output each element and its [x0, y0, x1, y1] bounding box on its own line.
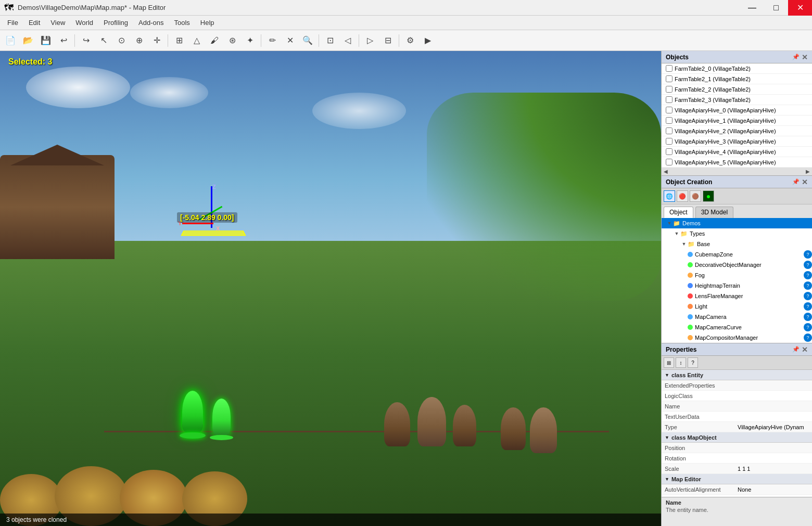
object-list-item[interactable]: VillageApiaryHive_3 (VillageApiaryHive)	[662, 136, 812, 147]
creation-icon-1[interactable]: 🌐	[664, 190, 675, 202]
properties-pin-button[interactable]: 📌	[792, 346, 800, 353]
settings-button[interactable]: ⚙	[402, 32, 418, 49]
object-checkbox[interactable]	[666, 75, 673, 82]
props-sort-button[interactable]: ⊞	[664, 357, 674, 368]
object-list-item[interactable]: VillageApiaryHive_1 (VillageApiaryHive)	[662, 116, 812, 126]
properties-close-button[interactable]: ✕	[802, 345, 808, 354]
tree-item-base[interactable]: ▼📁Base	[662, 239, 812, 249]
help-icon[interactable]: ?	[804, 302, 812, 311]
save-button[interactable]: 💾	[37, 32, 54, 49]
prop-section-header[interactable]: class MapObject	[662, 432, 812, 443]
screenshot-button[interactable]: ⊡	[322, 32, 338, 49]
close-button[interactable]: ✕	[788, 0, 812, 16]
undo-button[interactable]: ↩	[55, 32, 72, 49]
creation-pin-button[interactable]: 📌	[792, 178, 800, 185]
tree-item-mapcompositormanager[interactable]: MapCompositorManager?	[662, 332, 812, 343]
select-button[interactable]: ↖	[95, 32, 112, 49]
props-filter-button[interactable]: ↕	[676, 357, 686, 368]
menu-item-file[interactable]: File	[2, 17, 23, 29]
tree-item-mapcamera[interactable]: MapCamera?	[662, 312, 812, 322]
tree-item-mapcameracurve[interactable]: MapCameraCurve?	[662, 322, 812, 332]
menu-item-add-ons[interactable]: Add-ons	[133, 17, 169, 29]
nav1-button[interactable]: ◁	[339, 32, 356, 49]
menu-item-help[interactable]: Help	[195, 17, 220, 29]
creation-icon-3[interactable]: 🟤	[690, 190, 701, 202]
object-checkbox[interactable]	[666, 159, 673, 165]
delete-button[interactable]: ✕	[282, 32, 298, 49]
compass-button[interactable]: ⊕	[131, 32, 147, 49]
object-list-item[interactable]: VillageApiaryHive_0 (VillageApiaryHive)	[662, 105, 812, 116]
help-icon[interactable]: ?	[804, 323, 812, 331]
help-icon[interactable]: ?	[804, 292, 812, 300]
redo-button[interactable]: ↪	[78, 32, 94, 49]
object-checkbox[interactable]	[666, 107, 673, 113]
place-button[interactable]: ✦	[242, 32, 258, 49]
vegetation-button[interactable]: ⊛	[224, 32, 240, 49]
terrain-button[interactable]: △	[188, 32, 205, 49]
minimize-button[interactable]: —	[740, 0, 764, 16]
help-icon[interactable]: ?	[804, 281, 812, 290]
object-list-item[interactable]: VillageApiaryHive_5 (VillageApiaryHive)	[662, 157, 812, 168]
object-checkbox[interactable]	[666, 96, 673, 103]
object-list-item[interactable]: FarmTable2_1 (VillageTable2)	[662, 74, 812, 84]
creation-icon-4[interactable]: ●	[703, 190, 714, 202]
object-checkbox[interactable]	[666, 86, 673, 93]
viewport[interactable]: Y X Z Selected: 3	[0, 51, 661, 526]
object-list[interactable]: FarmTable2_0 (VillageTable2)FarmTable2_1…	[662, 63, 812, 168]
creation-icon-2[interactable]: 🔴	[677, 190, 688, 202]
object-list-item[interactable]: VillageApiaryHive_4 (VillageApiaryHive)	[662, 147, 812, 157]
creation-tree[interactable]: ▼📁Demos▼📁Types▼📁BaseCubemapZone?Decorati…	[662, 218, 812, 343]
open-button[interactable]: 📂	[20, 32, 36, 49]
brush-button[interactable]: ✏	[264, 32, 281, 49]
nav2-button[interactable]: ▷	[362, 32, 378, 49]
tree-item-types[interactable]: ▼📁Types	[662, 228, 812, 239]
property-value[interactable]: None	[738, 486, 809, 493]
help-icon[interactable]: ?	[804, 261, 812, 269]
tree-item-demos[interactable]: ▼📁Demos	[662, 218, 812, 228]
scale-tool-button[interactable]: ⊞	[171, 32, 187, 49]
object-list-item[interactable]: FarmTable2_2 (VillageTable2)	[662, 84, 812, 95]
tree-item-fog[interactable]: Fog?	[662, 270, 812, 280]
object-checkbox[interactable]	[666, 117, 673, 124]
menu-item-edit[interactable]: Edit	[23, 17, 45, 29]
menu-item-profiling[interactable]: Profiling	[98, 17, 133, 29]
scroll-left-button[interactable]: ◀	[664, 169, 668, 174]
move-button[interactable]: ✛	[148, 32, 165, 49]
object-list-item[interactable]: FarmTable2_3 (VillageTable2)	[662, 95, 812, 105]
tree-item-decorativeobjectmanager[interactable]: DecorativeObjectManager?	[662, 260, 812, 270]
tree-item-cubemapzone[interactable]: CubemapZone?	[662, 249, 812, 260]
help-icon[interactable]: ?	[804, 313, 812, 321]
props-help-button[interactable]: ?	[688, 357, 698, 368]
menu-item-tools[interactable]: Tools	[169, 17, 195, 29]
prop-section-header[interactable]: class Entity	[662, 370, 812, 380]
object-checkbox[interactable]	[666, 148, 673, 155]
help-icon[interactable]: ?	[804, 333, 812, 342]
scroll-right-button[interactable]: ▶	[806, 169, 810, 174]
menu-item-world[interactable]: World	[70, 17, 98, 29]
help-icon[interactable]: ?	[804, 271, 812, 279]
tree-item-heightmapterrain[interactable]: HeightmapTerrain?	[662, 280, 812, 291]
object-checkbox[interactable]	[666, 127, 673, 134]
objects-close-button[interactable]: ✕	[802, 53, 808, 61]
play-button[interactable]: ▶	[420, 32, 436, 49]
object-list-item[interactable]: FarmTable2_0 (VillageTable2)	[662, 63, 812, 74]
tree-item-lensflaremanager[interactable]: LensFlareManager?	[662, 291, 812, 301]
tab-3dmodel[interactable]: 3D Model	[695, 207, 733, 218]
object-list-item[interactable]: VillageApiaryHive_2 (VillageApiaryHive)	[662, 126, 812, 136]
paint-button[interactable]: 🖌	[206, 32, 223, 49]
rotate-view-button[interactable]: ⊙	[113, 32, 130, 49]
object-checkbox[interactable]	[666, 138, 673, 145]
property-value[interactable]: 1 1 1	[738, 466, 809, 472]
grid-button[interactable]: ⊟	[379, 32, 396, 49]
object-checkbox[interactable]	[666, 65, 673, 72]
pin-button[interactable]: 📌	[792, 54, 800, 60]
properties-content[interactable]: class EntityExtendedPropertiesLogicClass…	[662, 370, 812, 497]
new-button[interactable]: 📄	[2, 32, 19, 49]
creation-close-button[interactable]: ✕	[802, 178, 808, 186]
search-button[interactable]: 🔍	[299, 32, 316, 49]
menu-item-view[interactable]: View	[45, 17, 70, 29]
help-icon[interactable]: ?	[804, 250, 812, 259]
property-value[interactable]: VillageApiaryHive (Dynam	[738, 424, 809, 430]
tree-item-light[interactable]: Light?	[662, 301, 812, 312]
prop-section-header[interactable]: Map Editor	[662, 474, 812, 484]
